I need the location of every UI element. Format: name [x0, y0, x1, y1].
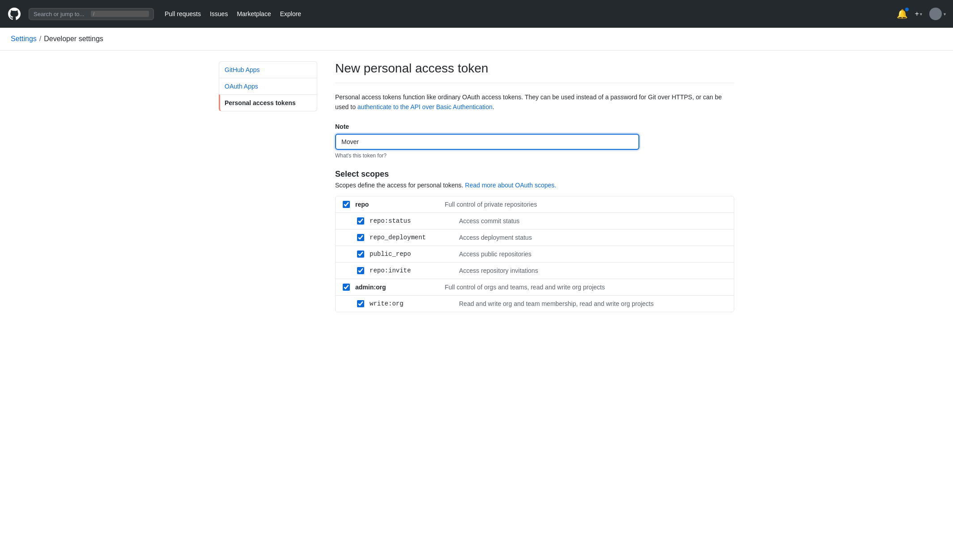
scopes-title: Select scopes	[335, 170, 734, 179]
breadcrumb: Settings / Developer settings	[0, 28, 953, 51]
nav-explore[interactable]: Explore	[280, 10, 301, 17]
scope-checkbox-repo-invite[interactable]	[357, 267, 364, 274]
plus-icon: +	[915, 10, 919, 18]
nav-marketplace[interactable]: Marketplace	[237, 10, 271, 17]
main-content: GitHub Apps OAuth Apps Personal access t…	[208, 51, 745, 323]
scope-desc-repo-deployment: Access deployment status	[459, 234, 727, 241]
nav-pull-requests[interactable]: Pull requests	[165, 10, 201, 17]
scope-checkbox-public-repo[interactable]	[357, 250, 364, 258]
title-divider	[335, 83, 734, 83]
notification-dot	[905, 8, 909, 11]
scope-desc-repo: Full control of private repositories	[445, 201, 727, 208]
description-link[interactable]: authenticate to the API over Basic Authe…	[357, 103, 493, 110]
note-input[interactable]	[335, 134, 639, 150]
description-end: .	[493, 103, 494, 110]
note-label: Note	[335, 123, 734, 130]
scope-row-public-repo: public_repo Access public repositories	[336, 246, 734, 263]
scope-desc-public-repo: Access public repositories	[459, 250, 727, 258]
nav-issues[interactable]: Issues	[210, 10, 228, 17]
sidebar-item-personal-access-tokens[interactable]: Personal access tokens	[219, 94, 317, 111]
breadcrumb-current: Developer settings	[44, 35, 103, 43]
sidebar-item-github-apps[interactable]: GitHub Apps	[219, 61, 317, 78]
avatar	[929, 8, 942, 20]
scope-row-repo-invite: repo:invite Access repository invitation…	[336, 263, 734, 279]
scope-row-admin-org: admin:org Full control of orgs and teams…	[336, 279, 734, 296]
note-hint: What's this token for?	[335, 153, 734, 159]
github-octocat-icon	[7, 7, 21, 21]
scope-row-write-org: write:org Read and write org and team me…	[336, 296, 734, 312]
dropdown-arrow: ▾	[920, 12, 922, 17]
scope-name-repo-status: repo:status	[370, 217, 459, 225]
search-placeholder: Search or jump to...	[34, 11, 87, 17]
scope-row-repo: repo Full control of private repositorie…	[336, 196, 734, 213]
nav-links: Pull requests Issues Marketplace Explore	[165, 10, 301, 17]
scope-checkbox-repo[interactable]	[343, 201, 350, 208]
notification-bell[interactable]: 🔔	[897, 8, 908, 19]
page-title: New personal access token	[335, 61, 734, 76]
sidebar-item-oauth-apps[interactable]: OAuth Apps	[219, 78, 317, 94]
scope-name-admin-org: admin:org	[355, 284, 445, 291]
scope-name-write-org: write:org	[370, 300, 459, 307]
search-box[interactable]: Search or jump to... /	[29, 8, 154, 20]
breadcrumb-settings[interactable]: Settings	[11, 35, 37, 43]
scope-name-repo: repo	[355, 201, 445, 208]
scope-name-repo-deployment: repo_deployment	[370, 234, 459, 241]
breadcrumb-separator: /	[39, 35, 41, 43]
scopes-link[interactable]: Read more about OAuth scopes.	[465, 182, 556, 189]
scopes-table: repo Full control of private repositorie…	[335, 196, 734, 312]
sidebar: GitHub Apps OAuth Apps Personal access t…	[219, 61, 317, 312]
user-dropdown-arrow: ▾	[944, 12, 946, 17]
scope-checkbox-repo-status[interactable]	[357, 217, 364, 225]
scope-desc-write-org: Read and write org and team membership, …	[459, 300, 727, 307]
scope-checkbox-write-org[interactable]	[357, 300, 364, 307]
scope-row-repo-deployment: repo_deployment Access deployment status	[336, 229, 734, 246]
description: Personal access tokens function like ord…	[335, 92, 734, 112]
scope-checkbox-repo-deployment[interactable]	[357, 234, 364, 241]
scopes-desc: Scopes define the access for personal to…	[335, 182, 734, 189]
scopes-desc-text: Scopes define the access for personal to…	[335, 182, 465, 189]
scope-name-public-repo: public_repo	[370, 250, 459, 258]
scope-desc-admin-org: Full control of orgs and teams, read and…	[445, 284, 727, 291]
navbar: Search or jump to... / Pull requests Iss…	[0, 0, 953, 28]
github-logo[interactable]	[7, 7, 21, 21]
create-new-button[interactable]: + ▾	[915, 10, 922, 18]
scope-desc-repo-status: Access commit status	[459, 217, 727, 225]
form-area: New personal access token Personal acces…	[335, 61, 734, 312]
scope-desc-repo-invite: Access repository invitations	[459, 267, 727, 274]
scope-checkbox-admin-org[interactable]	[343, 284, 350, 291]
navbar-right: 🔔 + ▾ ▾	[897, 8, 946, 20]
scope-name-repo-invite: repo:invite	[370, 267, 459, 274]
scope-row-repo-status: repo:status Access commit status	[336, 213, 734, 229]
search-shortcut: /	[91, 11, 149, 17]
user-menu[interactable]: ▾	[929, 8, 946, 20]
